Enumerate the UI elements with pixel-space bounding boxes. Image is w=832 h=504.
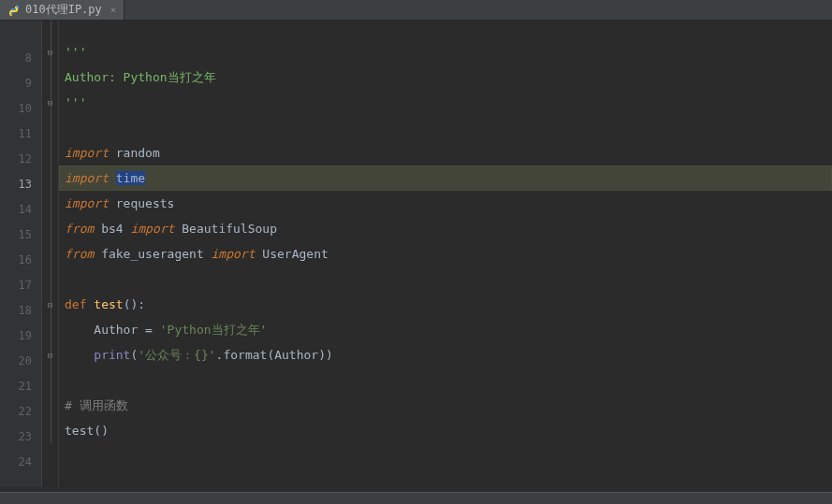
code-line: from bs4 import BeautifulSoup: [59, 216, 832, 241]
line-number: 13: [0, 172, 41, 197]
line-number: 15: [0, 223, 41, 248]
python-file-icon: [7, 4, 21, 17]
line-number: 19: [0, 324, 41, 349]
line-number: 9: [0, 71, 41, 96]
line-number: 16: [0, 248, 41, 273]
code-line: [59, 443, 832, 468]
line-number: 8: [0, 46, 41, 71]
code-line: [59, 115, 832, 140]
line-number: 20: [0, 349, 41, 374]
editor: 8 9 10 11 12 13 14 15 16 17 18 19 20 21 …: [0, 21, 832, 487]
line-number: 22: [0, 399, 41, 425]
line-number: 12: [0, 147, 41, 172]
line-number: 18: [0, 298, 41, 324]
line-number: 14: [0, 197, 41, 223]
code-line: Author: Python当打之年: [59, 65, 832, 90]
code-line: ''': [59, 39, 832, 65]
code-line: [59, 367, 832, 393]
fold-gutter: ⊟ ⊟ ⊟ ⊟: [42, 21, 59, 487]
code-line: print('公众号：{}'.format(Author)): [59, 342, 832, 367]
code-line: Author = 'Python当打之年': [59, 317, 832, 342]
code-line: [59, 266, 832, 292]
code-line: test(): [59, 418, 832, 443]
line-number: 10: [0, 96, 41, 122]
line-number: 11: [0, 122, 41, 147]
tab-filename: 010代理IP.py: [25, 2, 102, 18]
tab-bar: 010代理IP.py ×: [0, 0, 832, 21]
code-line: ''': [59, 90, 832, 115]
selected-text: time: [116, 171, 145, 185]
code-line: from fake_useragent import UserAgent: [59, 241, 832, 266]
code-line: def test():: [59, 292, 832, 317]
line-number: 24: [0, 450, 41, 475]
code-line: # 调用函数: [59, 393, 832, 418]
status-bar: [0, 492, 832, 504]
code-area[interactable]: ''' Author: Python当打之年 ''' import random…: [59, 21, 832, 487]
code-line: [59, 21, 832, 39]
code-line: import random: [59, 140, 832, 166]
line-number-gutter: 8 9 10 11 12 13 14 15 16 17 18 19 20 21 …: [0, 21, 42, 487]
line-number: [0, 21, 41, 46]
line-number: 23: [0, 425, 41, 450]
code-line-current: import time: [59, 166, 832, 191]
close-icon[interactable]: ×: [110, 4, 117, 16]
line-number: 21: [0, 374, 41, 399]
line-number: 17: [0, 273, 41, 298]
file-tab[interactable]: 010代理IP.py ×: [0, 0, 124, 20]
code-line: import requests: [59, 191, 832, 216]
